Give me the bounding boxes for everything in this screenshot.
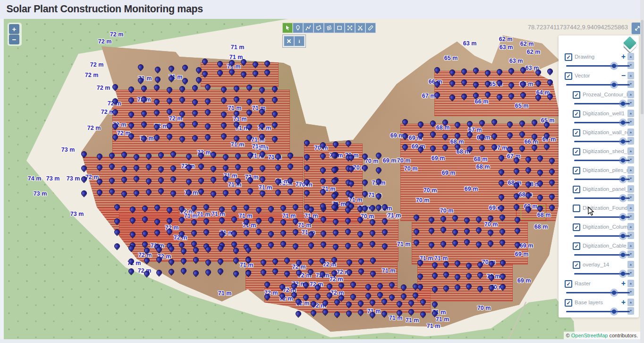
move-layer-up-button[interactable]: ▲ <box>627 53 634 60</box>
layer-checkbox[interactable]: ✓ <box>573 110 580 118</box>
layer-checkbox[interactable]: ✓ <box>573 261 580 269</box>
layer-label[interactable]: Digitization_wall_rep... <box>583 129 632 135</box>
opacity-slider[interactable] <box>574 122 630 123</box>
tool-info-button[interactable]: i <box>294 36 305 46</box>
move-layer-up-button[interactable]: ▲ <box>627 72 634 79</box>
elevation-label: 72 m <box>110 31 124 38</box>
elevation-label: 68 m <box>436 124 450 131</box>
layer-label[interactable]: Prozeal_Contour_Re... <box>583 92 632 97</box>
opacity-slider-thumb[interactable] <box>621 177 625 181</box>
opacity-slider-thumb[interactable] <box>621 158 625 163</box>
expand-group-button[interactable]: + <box>621 298 626 307</box>
layer-checkbox[interactable]: ✓ <box>565 53 572 61</box>
layer-label[interactable]: Drawing <box>575 54 594 60</box>
move-layer-up-button[interactable]: ▲ <box>627 280 634 287</box>
tool-cut-button[interactable] <box>355 23 365 33</box>
layer-checkbox[interactable]: ✓ <box>573 167 580 174</box>
layer-label[interactable]: Digitization_well1 <box>583 111 625 116</box>
layer-label[interactable]: Digitization_Cable_E... <box>583 243 632 249</box>
opacity-slider-thumb[interactable] <box>621 234 625 238</box>
layer-label[interactable]: Raster <box>575 281 591 286</box>
layer-checkbox[interactable]: ✓ <box>565 72 572 80</box>
opacity-slider-thumb[interactable] <box>621 272 625 276</box>
move-layer-up-button[interactable]: ▲ <box>627 110 634 117</box>
move-layer-up-button[interactable]: ▲ <box>627 299 634 306</box>
layer-label[interactable]: Digitization_Column1 <box>583 224 632 230</box>
opacity-slider-thumb[interactable] <box>621 102 625 106</box>
opacity-slider-thumb[interactable] <box>612 64 616 68</box>
move-layer-up-button[interactable]: ▲ <box>627 147 634 155</box>
tool-transform-button[interactable] <box>345 23 355 33</box>
tool-select-button[interactable] <box>282 23 293 33</box>
opacity-slider[interactable] <box>574 273 630 274</box>
move-layer-up-button[interactable]: ▲ <box>627 223 634 231</box>
tool-measure-button[interactable] <box>365 23 376 33</box>
tool-add-marker-button[interactable] <box>293 23 303 33</box>
opacity-slider-thumb[interactable] <box>621 196 625 200</box>
layer-checkbox[interactable]: ✓ <box>573 129 580 137</box>
opacity-slider-thumb[interactable] <box>612 291 616 295</box>
opacity-slider[interactable] <box>574 160 630 161</box>
move-layer-up-button[interactable]: ▲ <box>627 261 634 268</box>
tool-delete-button[interactable] <box>284 36 294 46</box>
move-layer-up-button[interactable]: ▲ <box>627 166 634 174</box>
opacity-slider[interactable] <box>566 292 630 293</box>
layer-label[interactable]: overlay_14 <box>583 262 609 267</box>
expand-group-button[interactable]: + <box>621 52 626 61</box>
solar-monitoring-app: Solar Plant Construction Monitoring maps… <box>0 0 644 343</box>
zoom-out-button[interactable]: − <box>9 34 19 44</box>
tool-draw-rectangle-button[interactable] <box>334 23 345 33</box>
opacity-slider[interactable] <box>574 103 630 104</box>
opacity-slider[interactable] <box>574 141 630 142</box>
tool-draw-polyline-button[interactable] <box>303 23 314 33</box>
opacity-slider[interactable] <box>574 216 630 218</box>
opacity-slider-thumb[interactable] <box>621 253 625 257</box>
layer-checkbox[interactable]: ✓ <box>573 148 580 155</box>
move-layer-up-button[interactable]: ▲ <box>627 185 634 193</box>
move-layer-up-button[interactable]: ▲ <box>627 129 634 136</box>
elevation-label: 74 m <box>28 175 42 182</box>
zoom-in-button[interactable]: + <box>9 24 19 34</box>
page-scrollbar[interactable] <box>640 0 644 343</box>
layer-checkbox[interactable]: ✓ <box>573 242 580 250</box>
opacity-slider[interactable] <box>566 311 630 312</box>
map-pin[interactable] <box>113 242 121 250</box>
layer-checkbox[interactable] <box>573 205 580 212</box>
collapse-group-button[interactable]: − <box>621 71 626 80</box>
layer-label[interactable]: Digitization_shed_re... <box>583 148 632 154</box>
tool-edit-geometry-button[interactable] <box>324 23 334 33</box>
opacity-slider[interactable] <box>574 179 630 180</box>
opacity-slider-thumb[interactable] <box>621 120 625 125</box>
tool-draw-polygon-button[interactable] <box>314 23 324 33</box>
opacity-slider[interactable] <box>574 197 630 199</box>
move-layer-up-button[interactable]: ▲ <box>627 204 634 212</box>
map-pin[interactable] <box>80 189 88 197</box>
layer-checkbox[interactable]: ✓ <box>573 186 580 193</box>
fullscreen-button[interactable] <box>631 22 640 34</box>
expand-group-button[interactable]: + <box>621 279 626 288</box>
opacity-slider-thumb[interactable] <box>612 309 616 314</box>
opacity-slider[interactable] <box>566 84 630 86</box>
opacity-slider-thumb[interactable] <box>612 83 616 87</box>
move-layer-up-button[interactable]: ▲ <box>627 242 634 249</box>
layer-label[interactable]: Digitization_panel_in... <box>583 186 632 192</box>
map-pin[interactable] <box>546 68 554 76</box>
scrollbar-thumb[interactable] <box>641 20 644 114</box>
opacity-slider[interactable] <box>574 235 630 237</box>
opacity-slider[interactable] <box>574 254 630 256</box>
layer-label[interactable]: Digitization_piles_re... <box>583 167 632 173</box>
layer-checkbox[interactable]: ✓ <box>573 223 580 231</box>
openstreetmap-link[interactable]: OpenStreetMap <box>571 333 608 338</box>
map-canvas[interactable]: 72 m72 m72 m72 m72 m72 m72 m72 m72 m72 m… <box>4 19 640 339</box>
layers-icon[interactable] <box>624 38 636 49</box>
layer-label[interactable]: Base layers <box>575 300 603 305</box>
opacity-slider-thumb[interactable] <box>621 139 625 144</box>
map-pin[interactable] <box>295 310 303 318</box>
layer-checkbox[interactable]: ✓ <box>565 280 572 288</box>
layer-label[interactable]: Vector <box>575 73 590 78</box>
opacity-slider[interactable] <box>566 65 630 67</box>
layer-checkbox[interactable]: ✓ <box>573 91 580 99</box>
layer-checkbox[interactable]: ✓ <box>565 299 572 307</box>
opacity-slider-thumb[interactable] <box>621 215 625 219</box>
move-layer-up-button[interactable]: ▲ <box>627 91 634 98</box>
